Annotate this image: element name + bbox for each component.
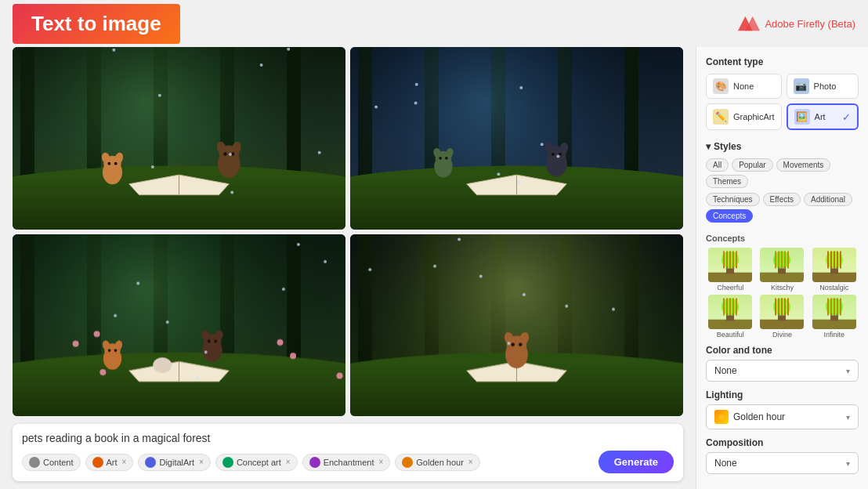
concept-thumb-beautiful xyxy=(708,295,752,329)
lighting-value-group: ☀️ Golden hour xyxy=(714,410,785,424)
content-type-grid: 🎨 None 📷 Photo ✏️ GraphicArt 🖼️ Art ✓ xyxy=(706,74,859,130)
concept-beautiful[interactable]: Beautiful xyxy=(706,295,754,339)
concept-canvas-infinite xyxy=(812,295,856,329)
filter-all[interactable]: All xyxy=(706,158,729,172)
content-type-none-label: None xyxy=(733,82,754,91)
concept-canvas-nostalgic xyxy=(812,248,856,282)
filter-additional[interactable]: Additional xyxy=(804,193,852,206)
filter-concepts[interactable]: Concepts xyxy=(706,209,753,223)
concept-canvas-cheerful xyxy=(708,248,752,282)
concept-name-kitschy: Kitschy xyxy=(771,284,794,292)
tag-close-art[interactable]: × xyxy=(122,458,127,466)
content-type-photo-label: Photo xyxy=(814,82,837,91)
filter-themes[interactable]: Themes xyxy=(706,175,748,188)
filter-effects[interactable]: Effects xyxy=(763,193,801,206)
composition-dropdown[interactable]: None ▾ xyxy=(706,452,859,474)
tag-icon-content xyxy=(29,457,40,468)
content-type-graphicart[interactable]: ✏️ GraphicArt xyxy=(706,103,782,130)
content-type-art[interactable]: 🖼️ Art ✓ xyxy=(787,103,859,130)
tag-close-digitalart[interactable]: × xyxy=(199,458,204,466)
image-cell-2[interactable] xyxy=(350,47,683,230)
tag-icon-digitalart xyxy=(145,457,156,468)
header: Text to image Adobe Firefly (Beta) xyxy=(0,0,868,47)
tag-content[interactable]: Content xyxy=(22,454,81,471)
chevron-color-tone-icon: ▾ xyxy=(846,367,850,375)
tag-close-goldenhour[interactable]: × xyxy=(468,458,473,466)
image-cell-4[interactable] xyxy=(350,234,683,417)
concept-kitschy[interactable]: Kitschy xyxy=(758,248,806,292)
content-type-art-label: Art xyxy=(815,112,826,121)
generated-image-3 xyxy=(13,234,345,417)
tag-icon-enchantment xyxy=(309,457,320,468)
composition-section: Composition None ▾ xyxy=(706,437,859,474)
concept-name-cheerful: Cheerful xyxy=(717,284,743,292)
tag-label-digitalart: DigitalArt xyxy=(159,458,194,467)
filter-techniques[interactable]: Techniques xyxy=(706,193,760,206)
content-type-art-icon: 🖼️ xyxy=(794,109,810,125)
title-background: Text to image xyxy=(13,4,180,44)
styles-section: ▾ Styles All Popular Movements Themes Te… xyxy=(706,141,859,223)
lighting-dropdown[interactable]: ☀️ Golden hour ▾ xyxy=(706,404,859,429)
tag-digitalart[interactable]: DigitalArt × xyxy=(138,454,210,471)
adobe-logo: Adobe Firefly (Beta) xyxy=(738,16,855,31)
lighting-section: Lighting ☀️ Golden hour ▾ xyxy=(706,389,859,429)
concepts-label: Concepts xyxy=(706,234,859,243)
concept-name-infinite: Infinite xyxy=(824,331,845,339)
right-panel: Content type 🎨 None 📷 Photo ✏️ GraphicAr… xyxy=(696,47,868,489)
lighting-label: Lighting xyxy=(706,389,859,400)
lighting-value: Golden hour xyxy=(733,411,785,422)
content-type-none[interactable]: 🎨 None xyxy=(706,74,782,99)
tag-icon-goldenhour xyxy=(402,457,413,468)
color-tone-section: Color and tone None ▾ xyxy=(706,345,859,382)
prompt-area: pets reading a book in a magical forest … xyxy=(13,424,683,481)
tag-label-enchantment: Enchantment xyxy=(324,458,374,467)
content-type-photo[interactable]: 📷 Photo xyxy=(787,74,859,99)
tag-close-conceptart[interactable]: × xyxy=(286,458,291,466)
concept-nostalgic[interactable]: Nostalgic xyxy=(810,248,859,292)
tag-close-enchantment[interactable]: × xyxy=(378,458,383,466)
content-type-graphicart-icon: ✏️ xyxy=(713,109,729,125)
lighting-icon: ☀️ xyxy=(714,410,729,424)
generated-image-1 xyxy=(13,47,345,230)
style-filter-row-2: Techniques Effects Additional Concepts xyxy=(706,193,859,223)
generate-button[interactable]: Generate xyxy=(599,451,674,473)
selected-checkmark-icon: ✓ xyxy=(842,111,851,123)
color-tone-label: Color and tone xyxy=(706,345,859,356)
page-title: Text to image xyxy=(31,12,161,35)
concept-infinite[interactable]: Infinite xyxy=(810,295,859,339)
concept-canvas-divine xyxy=(760,295,804,329)
concept-thumb-nostalgic xyxy=(812,248,856,282)
tag-art[interactable]: Art × xyxy=(85,454,134,471)
content-type-graphicart-label: GraphicArt xyxy=(733,112,775,121)
adobe-icon xyxy=(738,16,760,31)
styles-header[interactable]: ▾ Styles xyxy=(706,141,859,152)
filter-movements[interactable]: Movements xyxy=(776,158,831,172)
image-cell-1[interactable] xyxy=(13,47,345,230)
tag-enchantment[interactable]: Enchantment × xyxy=(302,454,391,471)
image-cell-3[interactable] xyxy=(13,234,345,417)
concept-name-nostalgic: Nostalgic xyxy=(819,284,848,292)
tag-icon-conceptart xyxy=(222,457,233,468)
adobe-label: Adobe Firefly (Beta) xyxy=(765,18,855,30)
tag-icon-art xyxy=(92,457,103,468)
concept-thumb-divine xyxy=(760,295,804,329)
concepts-section: Concepts Cheerful Kitschy xyxy=(706,234,859,339)
concept-cheerful[interactable]: Cheerful xyxy=(706,248,754,292)
concept-divine[interactable]: Divine xyxy=(758,295,806,339)
concept-canvas-beautiful xyxy=(708,295,752,329)
generated-image-2 xyxy=(350,47,683,230)
tag-conceptart[interactable]: Concept art × xyxy=(215,454,298,471)
tag-label-goldenhour: Golden hour xyxy=(416,458,464,467)
composition-value: None xyxy=(714,458,737,469)
composition-label: Composition xyxy=(706,437,859,448)
concept-thumb-cheerful xyxy=(708,248,752,282)
prompt-text: pets reading a book in a magical forest xyxy=(22,432,674,444)
tag-label-content: Content xyxy=(43,458,74,467)
tag-goldenhour[interactable]: Golden hour × xyxy=(395,454,479,471)
tags-row: Content Art × DigitalArt × Concept art × xyxy=(22,451,674,473)
concept-thumb-infinite xyxy=(812,295,856,329)
color-tone-dropdown[interactable]: None ▾ xyxy=(706,360,859,382)
main-area: pets reading a book in a magical forest … xyxy=(0,47,868,489)
filter-popular[interactable]: Popular xyxy=(732,158,772,172)
tag-label-art: Art xyxy=(107,458,118,467)
